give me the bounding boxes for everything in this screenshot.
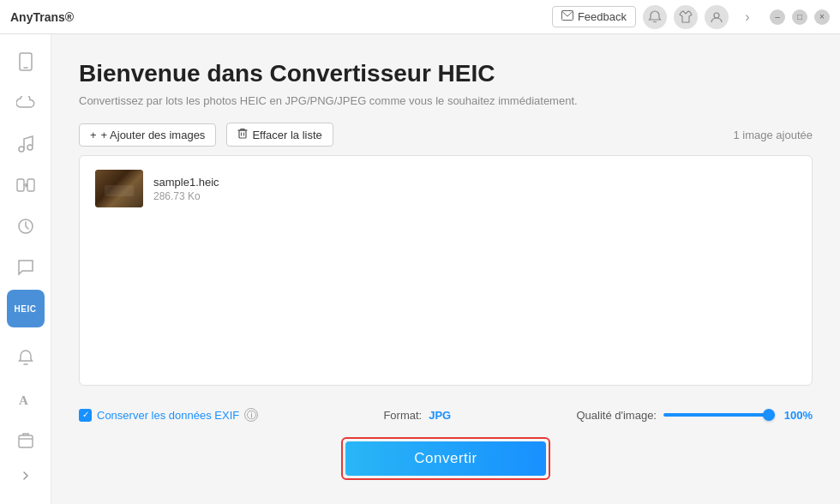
exif-label: Conserver les données EXIF	[97, 409, 239, 422]
image-count: 1 image ajoutée	[733, 129, 813, 141]
image-info: sample1.heic 286.73 Ko	[153, 176, 219, 202]
sidebar-item-transfer[interactable]	[7, 166, 45, 204]
page-title: Bienvenue dans Convertisseur HEIC	[79, 60, 813, 87]
exif-checkbox[interactable]	[79, 409, 92, 422]
toolbar: + + Ajouter des images Effacer la liste	[79, 123, 813, 155]
quality-percent: 100%	[782, 409, 813, 422]
svg-point-6	[27, 145, 33, 150]
main-layout: HEIC A	[0, 34, 840, 504]
svg-rect-7	[17, 179, 24, 191]
close-button[interactable]: ×	[814, 9, 830, 25]
maximize-button[interactable]: □	[792, 9, 807, 25]
title-bar-right: Feedback › – □ ×	[552, 5, 830, 29]
svg-point-5	[19, 147, 24, 152]
format-value[interactable]: JPG	[429, 409, 451, 422]
chevron-down-icon[interactable]: ›	[735, 5, 759, 29]
sidebar-item-phone[interactable]	[7, 43, 45, 81]
add-images-button[interactable]: + + Ajouter des images	[79, 123, 216, 147]
page-subtitle: Convertissez par lots les photos HEIC en…	[79, 94, 813, 107]
mail-icon	[561, 10, 573, 23]
toolbar-left: + + Ajouter des images Effacer la liste	[79, 123, 333, 147]
sidebar-bottom: A	[7, 339, 45, 495]
svg-text:A: A	[19, 393, 28, 407]
heic-label: HEIC	[15, 304, 37, 314]
svg-rect-13	[239, 130, 246, 138]
thumbnail-inner	[95, 170, 143, 207]
add-images-label: + Ajouter des images	[101, 129, 206, 141]
bottom-left: Conserver les données EXIF ⓘ	[79, 408, 258, 422]
sidebar-item-music[interactable]	[7, 125, 45, 163]
sidebar: HEIC A	[0, 34, 51, 504]
quality-slider[interactable]	[663, 413, 775, 417]
sidebar-item-heic[interactable]: HEIC	[7, 290, 45, 327]
trash-icon	[237, 128, 248, 141]
sidebar-item-chat[interactable]	[7, 249, 45, 286]
sidebar-item-box[interactable]	[7, 422, 45, 459]
quality-slider-container: 100%	[663, 409, 813, 422]
app-title: AnyTrans®	[10, 10, 74, 24]
convert-button-label: Convertir	[414, 450, 477, 466]
sidebar-item-bell[interactable]	[7, 339, 45, 377]
image-list-item[interactable]: sample1.heic 286.73 Ko	[88, 165, 803, 213]
bottom-bar: Conserver les données EXIF ⓘ Format: JPG…	[79, 399, 813, 425]
image-thumbnail	[95, 170, 143, 207]
add-icon: +	[90, 129, 97, 141]
image-list-container: sample1.heic 286.73 Ko	[79, 155, 813, 386]
info-icon[interactable]: ⓘ	[244, 408, 258, 422]
clear-list-button[interactable]: Effacer la liste	[226, 123, 333, 147]
svg-rect-8	[27, 179, 34, 191]
convert-area: Convertir	[79, 425, 813, 487]
svg-point-2	[714, 13, 719, 18]
sidebar-item-history[interactable]	[7, 207, 45, 245]
clear-list-label: Effacer la liste	[252, 129, 321, 141]
convert-button[interactable]: Convertir	[345, 441, 545, 476]
sidebar-item-cloud[interactable]	[7, 84, 45, 122]
bottom-middle: Format: JPG	[383, 409, 451, 422]
feedback-button[interactable]: Feedback	[552, 6, 636, 27]
content-area: Bienvenue dans Convertisseur HEIC Conver…	[51, 34, 840, 504]
sidebar-item-font[interactable]: A	[7, 381, 45, 418]
convert-button-wrapper: Convertir	[341, 437, 549, 480]
format-label: Format:	[383, 409, 422, 422]
title-bar-left: AnyTrans®	[10, 10, 74, 24]
feedback-label: Feedback	[578, 10, 627, 23]
notification-icon[interactable]	[643, 5, 667, 29]
avatar-icon[interactable]	[705, 5, 729, 29]
title-bar: AnyTrans® Feedback	[0, 0, 840, 34]
quality-label: Qualité d'image:	[576, 409, 657, 422]
image-name: sample1.heic	[153, 176, 219, 189]
svg-rect-12	[19, 435, 33, 447]
image-size: 286.73 Ko	[153, 190, 219, 202]
minimize-button[interactable]: –	[770, 9, 785, 25]
sidebar-expand-button[interactable]	[7, 463, 45, 489]
bottom-right: Qualité d'image: 100%	[576, 409, 813, 422]
shirt-icon[interactable]	[674, 5, 698, 29]
